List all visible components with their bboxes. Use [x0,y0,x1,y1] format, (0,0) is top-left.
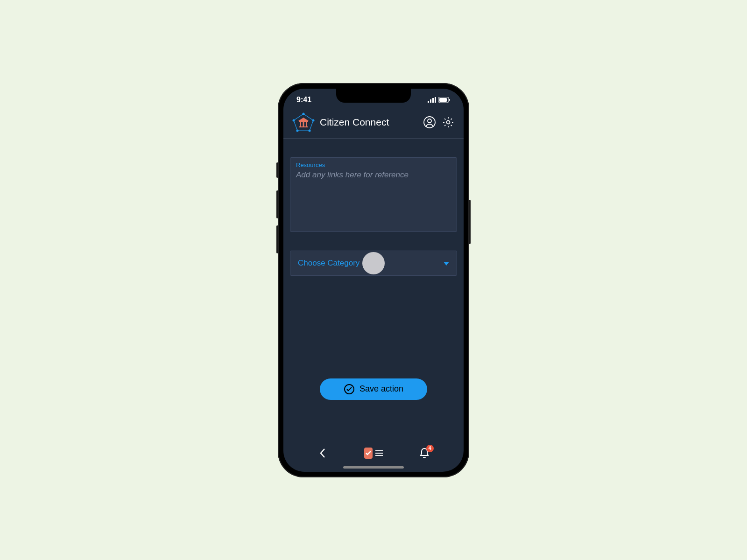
gear-icon [442,116,455,129]
svg-rect-6 [449,99,450,101]
notch [336,89,411,103]
back-button[interactable] [313,444,332,462]
volume-up-button [276,190,278,218]
svg-marker-13 [298,118,309,121]
cellular-icon [428,97,436,103]
chevron-down-icon [444,259,449,267]
resources-textarea[interactable]: Resources Add any links here for referen… [290,157,457,232]
volume-down-button [276,225,278,253]
app-header: Citizen Connect [283,107,464,139]
content-area: Resources Add any links here for referen… [283,139,464,439]
svg-rect-5 [439,98,447,102]
app-title: Citizen Connect [320,117,418,128]
tasks-button[interactable] [364,444,383,462]
resources-label: Resources [296,161,451,168]
profile-button[interactable] [423,115,437,129]
phone-frame: 9:41 Citizen Conne [278,83,469,477]
svg-rect-3 [435,97,436,103]
svg-point-20 [428,119,431,123]
settings-button[interactable] [441,115,455,129]
svg-rect-2 [432,98,434,103]
svg-rect-0 [428,101,429,103]
save-action-button[interactable]: Save action [320,378,427,400]
menu-icon [375,449,383,457]
status-time: 9:41 [296,96,311,104]
home-indicator[interactable] [343,466,404,469]
status-right [428,97,451,103]
notifications-button[interactable]: 4 [415,444,434,462]
svg-rect-14 [299,121,308,122]
svg-point-12 [293,119,295,121]
chevron-left-icon [319,448,326,458]
svg-point-8 [303,112,305,115]
svg-rect-18 [299,126,308,127]
svg-rect-15 [300,122,301,126]
checkbox-icon [364,448,373,459]
notification-badge: 4 [426,445,434,452]
svg-rect-16 [303,122,304,126]
app-logo-icon [292,112,315,133]
svg-point-9 [312,119,315,121]
screen: 9:41 Citizen Conne [283,89,464,472]
power-button [469,200,471,244]
user-circle-icon [423,116,436,129]
category-select[interactable]: Choose Category [290,251,457,276]
svg-point-19 [424,117,435,128]
resources-placeholder: Add any links here for reference [296,170,451,180]
svg-marker-22 [444,262,449,266]
check-circle-icon [344,384,355,395]
svg-point-10 [309,129,311,132]
side-button [276,162,278,178]
touch-indicator-icon [362,252,385,274]
svg-point-21 [447,120,450,124]
svg-rect-17 [306,122,307,126]
battery-icon [438,97,451,103]
svg-rect-1 [430,99,431,103]
svg-point-11 [296,129,299,132]
save-button-label: Save action [359,384,403,394]
category-label: Choose Category [298,259,359,268]
